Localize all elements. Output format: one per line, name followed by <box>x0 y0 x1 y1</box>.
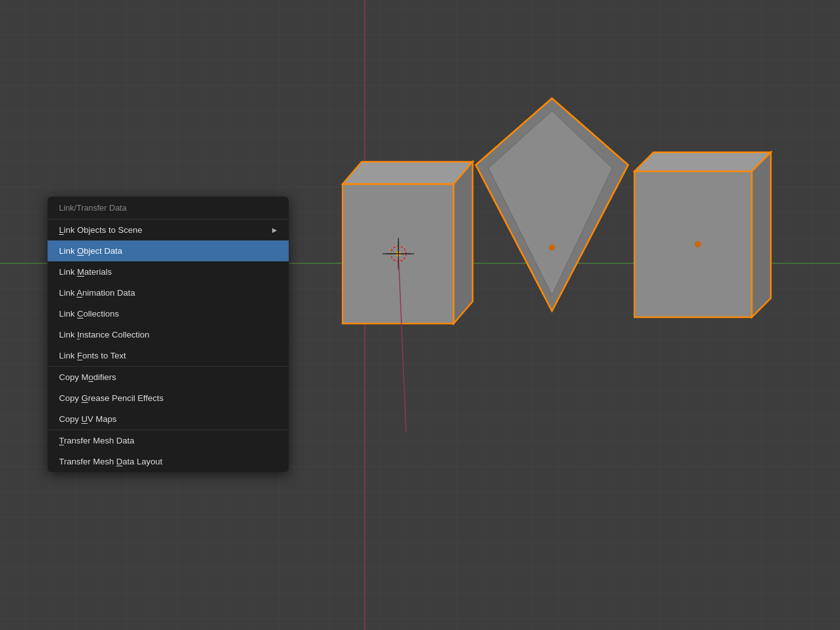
submenu-arrow-icon: ▶ <box>272 226 277 233</box>
menu-item-transfer-mesh-data-layout[interactable]: Transfer Mesh Data Layout <box>48 451 289 472</box>
svg-marker-79 <box>752 152 771 317</box>
menu-item-transfer-mesh-data[interactable]: Transfer Mesh Data <box>48 430 289 451</box>
svg-marker-77 <box>634 171 752 317</box>
menu-item-copy-modifiers[interactable]: Copy Modifiers <box>48 367 289 388</box>
menu-item-link-collections[interactable]: Link Collections <box>48 303 289 324</box>
menu-item-link-objects-to-scene[interactable]: Link Objects to Scene ▶ <box>48 220 289 240</box>
menu-section-link: Link Objects to Scene ▶ Link Object Data… <box>48 220 289 367</box>
svg-marker-78 <box>634 152 771 171</box>
svg-marker-63 <box>454 162 473 324</box>
menu-item-link-animation-data[interactable]: Link Animation Data <box>48 282 289 303</box>
menu-item-link-instance-collection[interactable]: Link Instance Collection <box>48 324 289 345</box>
menu-section-copy: Copy Modifiers Copy Grease Pencil Effect… <box>48 367 289 430</box>
menu-item-link-materials[interactable]: Link Materials <box>48 261 289 282</box>
menu-item-link-object-data[interactable]: Link Object Data <box>48 240 289 261</box>
svg-point-76 <box>549 244 555 251</box>
menu-item-copy-uv-maps[interactable]: Copy UV Maps <box>48 409 289 430</box>
menu-item-link-fonts-to-text[interactable]: Link Fonts to Text <box>48 345 289 366</box>
svg-marker-62 <box>343 162 473 184</box>
menu-section-transfer: Transfer Mesh Data Transfer Mesh Data La… <box>48 430 289 472</box>
menu-header: Link/Transfer Data <box>48 197 289 220</box>
context-menu: Link/Transfer Data Link Objects to Scene… <box>48 197 289 472</box>
svg-point-80 <box>695 241 701 247</box>
menu-item-copy-grease-pencil[interactable]: Copy Grease Pencil Effects <box>48 388 289 409</box>
